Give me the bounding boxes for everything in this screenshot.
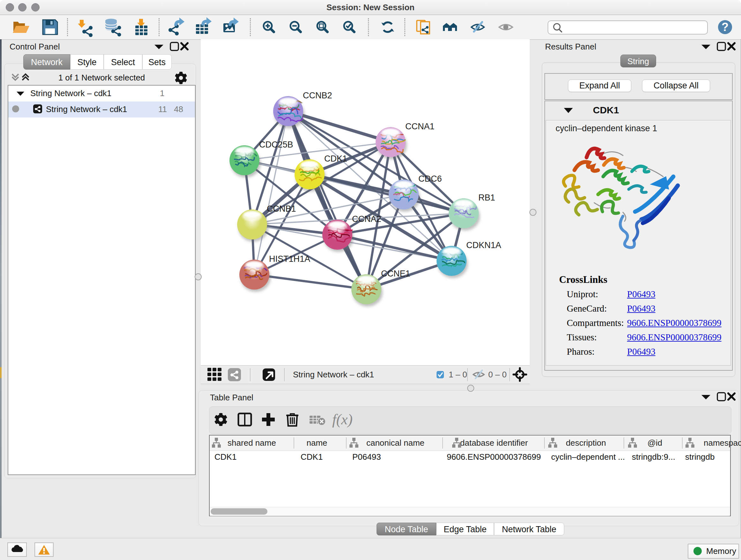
svg-text:?: ? [722, 20, 729, 34]
svg-text:CDC25B: CDC25B [259, 140, 293, 149]
svg-text:f(x): f(x) [332, 411, 353, 428]
svg-text:CCNA2: CCNA2 [352, 214, 381, 224]
svg-text:CCNA1: CCNA1 [405, 122, 434, 131]
svg-text:CCNB1: CCNB1 [267, 204, 296, 213]
svg-text:CCNB2: CCNB2 [303, 91, 332, 100]
svg-text:CDK1: CDK1 [324, 154, 347, 164]
svg-text:HIST1H1A: HIST1H1A [269, 254, 310, 264]
svg-text:CDC6: CDC6 [418, 174, 442, 184]
svg-text:CDKN1A: CDKN1A [466, 240, 501, 250]
svg-text:CCNE1: CCNE1 [381, 269, 410, 278]
svg-text:RB1: RB1 [478, 193, 495, 202]
